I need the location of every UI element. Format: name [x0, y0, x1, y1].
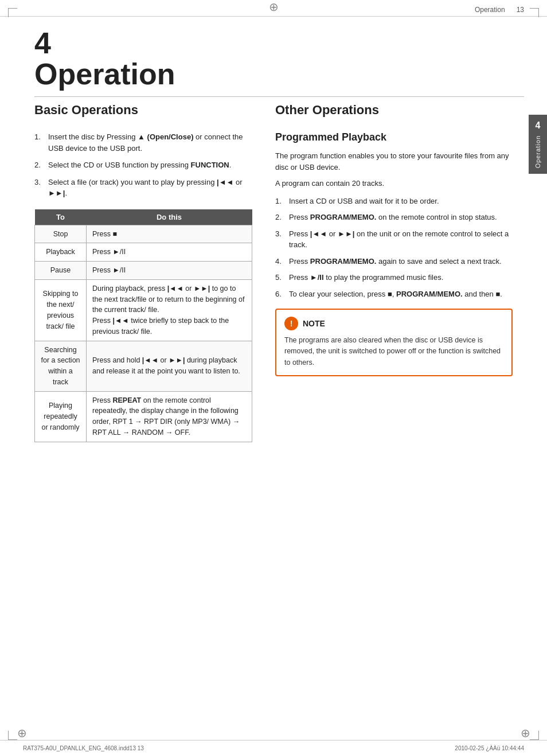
prog-intro-1: The program function enables you to stor… [275, 150, 513, 173]
table-cell-to-1: Stop [35, 225, 87, 243]
intro-num-3: 3. [34, 177, 45, 199]
prog-step-6: 6. To clear your selection, press ■, PRO… [275, 289, 513, 300]
table-row: Skipping to the next/ previous track/ fi… [35, 279, 252, 341]
note-icon: ! [284, 317, 298, 330]
other-ops-title: Other Operations [275, 103, 513, 120]
prog-step-text-1: Insert a CD or USB and wait for it to be… [289, 196, 439, 207]
footer-right: 2010-02-25 ¿ÀÀü 10:44:44 [455, 745, 524, 751]
prog-step-text-6: To clear your selection, press ■, PROGRA… [289, 289, 502, 300]
sidebar-label: Operation [534, 135, 541, 168]
prog-step-text-5: Press ►/II to play the programmed music … [289, 272, 443, 283]
table-row: Stop Press ■ [35, 225, 252, 243]
table-cell-to-6: Playing repeatedly or randomly [35, 391, 87, 442]
table-cell-to-4: Skipping to the next/ previous track/ fi… [35, 279, 87, 341]
table-cell-to-5: Searching for a section within a track [35, 341, 87, 391]
prog-step-num-5: 5. [275, 272, 286, 283]
columns-layout: Basic Operations 1. Insert the disc by P… [0, 97, 547, 454]
intro-text-1: Insert the disc by Pressing ▲ (Open/Clos… [48, 131, 252, 154]
header-section: Operation [475, 6, 505, 14]
prog-step-num-3: 3. [275, 228, 286, 251]
table-cell-to-2: Playback [35, 243, 87, 262]
footer-left: RAT375-A0U_DPANLLK_ENG_4608.indd13 13 [23, 745, 144, 751]
prog-playback-title: Programmed Playback [275, 131, 513, 143]
reg-mark-bottom-right: ⊕ [519, 727, 531, 739]
intro-num-2: 2. [34, 159, 45, 171]
programmed-playback-section: Programmed Playback The program function… [275, 131, 513, 376]
intro-item-1: 1. Insert the disc by Pressing ▲ (Open/C… [34, 131, 252, 154]
chapter-number: 4 [34, 28, 513, 58]
table-cell-do-4: During playback, press |◄◄ or ►►| to go … [87, 279, 252, 341]
prog-step-3: 3. Press |◄◄ or ►►| on the unit or on th… [275, 228, 513, 251]
prog-step-4: 4. Press PROGRAM/MEMO. again to save and… [275, 256, 513, 267]
table-row: Searching for a section within a track P… [35, 341, 252, 391]
intro-list: 1. Insert the disc by Pressing ▲ (Open/C… [34, 131, 252, 199]
prog-step-num-1: 1. [275, 196, 286, 207]
table-cell-do-5: Press and hold |◄◄ or ►►| during playbac… [87, 341, 252, 391]
header-right: Operation 13 [475, 6, 524, 14]
corner-mark-br [530, 731, 539, 740]
table-cell-do-2: Press ►/II [87, 243, 252, 262]
prog-step-1: 1. Insert a CD or USB and wait for it to… [275, 196, 513, 207]
prog-step-text-4: Press PROGRAM/MEMO. again to save and se… [289, 256, 502, 267]
header-page: 13 [517, 6, 524, 14]
table-row: Playback Press ►/II [35, 243, 252, 262]
prog-step-5: 5. Press ►/II to play the programmed mus… [275, 272, 513, 283]
page-container: ⊕ Operation 13 4 Operation 4 Operation B… [0, 0, 547, 756]
table-header-do: Do this [87, 209, 252, 225]
chapter-heading: 4 Operation [0, 17, 547, 96]
intro-num-1: 1. [34, 131, 45, 154]
corner-mark-tl [8, 8, 17, 17]
prog-intro-2: A program can contain 20 tracks. [275, 178, 513, 189]
right-sidebar: 4 Operation [529, 115, 547, 174]
table-header-to: To [35, 209, 87, 225]
page-footer: RAT375-A0U_DPANLLK_ENG_4608.indd13 13 20… [0, 740, 547, 756]
basic-ops-title: Basic Operations [34, 103, 252, 120]
intro-text-2: Select the CD or USB function by pressin… [48, 159, 231, 171]
corner-mark-tr [530, 8, 539, 17]
prog-step-2: 2. Press PROGRAM/MEMO. on the remote con… [275, 212, 513, 223]
prog-step-num-6: 6. [275, 289, 286, 300]
prog-step-num-4: 4. [275, 256, 286, 267]
reg-mark-top: ⊕ [268, 1, 279, 13]
ops-table: To Do this Stop Press ■ Playback Press ►… [34, 209, 252, 442]
prog-step-text-2: Press PROGRAM/MEMO. on the remote contro… [289, 212, 497, 223]
table-cell-do-3: Press ►/II [87, 262, 252, 280]
right-column: Other Operations Programmed Playback The… [275, 103, 513, 442]
table-cell-do-1: Press ■ [87, 225, 252, 243]
table-row: Pause Press ►/II [35, 262, 252, 280]
prog-step-num-2: 2. [275, 212, 286, 223]
chapter-title: Operation [34, 58, 513, 91]
sidebar-number: 4 [536, 120, 541, 131]
note-header: ! NOTE [284, 317, 503, 330]
intro-text-3: Select a file (or track) you want to pla… [48, 177, 252, 199]
table-row: Playing repeatedly or randomly Press REP… [35, 391, 252, 442]
note-label: NOTE [303, 319, 325, 328]
prog-steps-list: 1. Insert a CD or USB and wait for it to… [275, 196, 513, 300]
note-text: The programs are also cleared when the d… [284, 335, 503, 368]
table-cell-do-6: Press REPEAT on the remote control repea… [87, 391, 252, 442]
reg-mark-bottom-left: ⊕ [16, 727, 28, 739]
note-box: ! NOTE The programs are also cleared whe… [275, 309, 513, 376]
table-cell-to-3: Pause [35, 262, 87, 280]
left-column: Basic Operations 1. Insert the disc by P… [34, 103, 252, 442]
intro-item-2: 2. Select the CD or USB function by pres… [34, 159, 252, 171]
prog-step-text-3: Press |◄◄ or ►►| on the unit or on the r… [289, 228, 513, 251]
intro-item-3: 3. Select a file (or track) you want to … [34, 177, 252, 199]
